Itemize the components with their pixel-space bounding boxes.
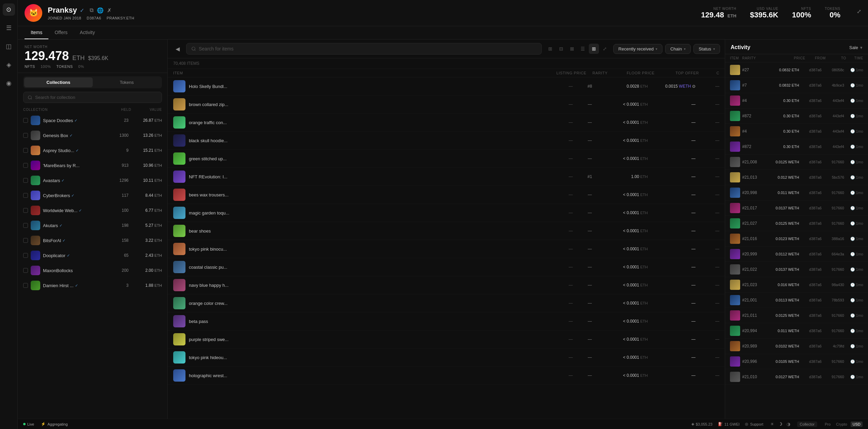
activity-row[interactable]: #7 0.0832 ETH d387a6 4b9ce3 🕐 1mo [725, 78, 868, 93]
tab-collections[interactable]: Collections [24, 77, 93, 87]
ens[interactable]: PRANKSY.ETH [107, 16, 134, 20]
activity-row[interactable]: #21,010 0.0127 WETH d387a6 917660 🕐 1mo [725, 369, 868, 385]
view-list-button[interactable]: ☰ [578, 44, 588, 54]
collection-checkbox[interactable] [23, 283, 28, 288]
item-row[interactable]: bear shoes — — < 0.0001 ETH — — [168, 222, 725, 240]
filter-chain[interactable]: Chain ▾ [665, 44, 691, 54]
collection-checkbox[interactable] [23, 268, 28, 273]
activity-row[interactable]: #21,027 0.0125 WETH d387a6 917660 🕐 1mo [725, 216, 868, 231]
collection-checkbox[interactable] [23, 148, 28, 153]
sale-filter[interactable]: Sale ▾ [849, 45, 863, 50]
filter-status[interactable]: Status ▾ [693, 44, 720, 54]
item-row[interactable]: brown collared zip... — — < 0.0001 ETH —… [168, 95, 725, 114]
collection-row[interactable]: Asprey Studio... ✓ 9 15.21 ETH [20, 143, 165, 158]
support-link[interactable]: ◎ Support [745, 422, 763, 426]
item-row[interactable]: Holo Skelly Bundl... — #8 0.0028 ETH 0.0… [168, 77, 725, 95]
address[interactable]: D387A6 [87, 16, 101, 20]
collection-search-input[interactable] [35, 95, 158, 100]
view-grid-3-button[interactable]: ⊠ [567, 44, 577, 54]
activity-row[interactable]: #872 0.30 ETH d387a6 443ef4 🕐 1mo [725, 139, 868, 154]
pro-button[interactable]: Pro [823, 421, 833, 427]
activity-time: 🕐 1mo [846, 252, 863, 256]
item-row[interactable]: orange color crew... — — < 0.0001 ETH — … [168, 294, 725, 312]
collection-checkbox[interactable] [23, 163, 28, 168]
activity-row[interactable]: #21,013 0.012 WETH d387a6 5bc576 🕐 1mo [725, 170, 868, 185]
activity-row[interactable]: #20,994 0.011 WETH d387a6 917660 🕐 1mo [725, 323, 868, 339]
tab-items[interactable]: Items [25, 26, 48, 39]
theme-auto-icon[interactable]: ◑ [785, 421, 792, 427]
collection-checkbox[interactable] [23, 118, 28, 123]
activity-row[interactable]: #27 0.0832 ETH d387a6 08058c 🕐 1mo [725, 62, 868, 78]
collection-checkbox[interactable] [23, 223, 28, 228]
collection-row[interactable]: Genesis Box ✓ 1300 13.26 ETH [20, 128, 165, 143]
tab-activity[interactable]: Activity [74, 26, 101, 39]
view-grid-2-button[interactable]: ⊟ [556, 44, 566, 54]
activity-row[interactable]: #21,016 0.0123 WETH d387a6 388a16 🕐 1mo [725, 231, 868, 247]
item-row[interactable]: navy blue happy h... — — < 0.0001 ETH — … [168, 276, 725, 294]
view-expand-button[interactable]: ⤢ [600, 44, 610, 54]
globe-icon[interactable]: 🌐 [97, 7, 104, 14]
collection-checkbox[interactable] [23, 193, 28, 198]
activity-row[interactable]: #20,996 0.0105 WETH d387a6 917660 🕐 1mo [725, 354, 868, 369]
item-row[interactable]: tokyo pink hideou... — — < 0.0001 ETH — … [168, 349, 725, 367]
sidebar-grid-icon[interactable]: ◫ [3, 40, 15, 53]
collection-checkbox[interactable] [23, 253, 28, 258]
item-row[interactable]: bees wax trousers... — — < 0.0001 ETH — … [168, 186, 725, 204]
usd-button[interactable]: USD [851, 421, 863, 427]
copy-icon[interactable]: ⧉ [90, 7, 93, 14]
sidebar-chart-icon[interactable]: ◈ [3, 59, 15, 71]
sidebar-home-icon[interactable]: ⊙ [3, 3, 15, 16]
item-row[interactable]: holographic wrest... — — < 0.0001 ETH — … [168, 367, 725, 385]
collection-row[interactable]: CyberBrokers ✓ 117 8.44 ETH [20, 188, 165, 203]
collection-row[interactable]: Damien Hirst ... ✓ 3 1.88 ETH [20, 278, 165, 293]
collection-row[interactable]: 'MareBears by R... 913 10.96 ETH [20, 158, 165, 173]
sidebar-user-icon[interactable]: ◉ [3, 77, 15, 89]
collapse-button[interactable]: ◀ [173, 44, 183, 54]
activity-row[interactable]: #20,998 0.011 WETH d387a6 917660 🕐 1mo [725, 185, 868, 201]
item-row[interactable]: purple striped swe... — — < 0.0001 ETH —… [168, 330, 725, 349]
item-row[interactable]: tokyo pink binocu... — — < 0.0001 ETH — … [168, 240, 725, 258]
item-row[interactable]: magic garden toqu... — — < 0.0001 ETH — … [168, 204, 725, 222]
tab-offers[interactable]: Offers [48, 26, 74, 39]
collection-row[interactable]: Avastars ✓ 1296 10.11 ETH [20, 173, 165, 188]
collection-row[interactable]: Space Doodles ✓ 23 26.87 ETH [20, 113, 165, 128]
collection-row[interactable]: MaxonBollocks 200 2.00 ETH [20, 263, 165, 278]
collection-row[interactable]: Worldwide Web... ✓ 100 6.77 ETH [20, 203, 165, 218]
item-row[interactable]: green stitched up... — — < 0.0001 ETH — … [168, 150, 725, 168]
activity-row[interactable]: #21,017 0.0137 WETH d387a6 917660 🕐 1mo [725, 201, 868, 216]
view-table-button[interactable]: ⊞ [589, 44, 599, 54]
collection-checkbox[interactable] [23, 178, 28, 183]
crypto-button[interactable]: Crypto [834, 421, 849, 427]
item-row[interactable]: black skull hoodie... — — < 0.0001 ETH —… [168, 132, 725, 150]
activity-row[interactable]: #4 0.30 ETH d387a6 443ef4 🕐 1mo [725, 124, 868, 139]
collection-row[interactable]: Akutars ✓ 198 5.27 ETH [20, 218, 165, 233]
item-row[interactable]: beta pass — — < 0.0001 ETH — — [168, 312, 725, 330]
activity-row[interactable]: #21,022 0.0137 WETH d387a6 917660 🕐 1mo [725, 262, 868, 277]
activity-row[interactable]: #21,008 0.0125 WETH d387a6 917660 🕐 1mo [725, 154, 868, 170]
activity-row[interactable]: #21,023 0.016 WETH d387a6 98a430 🕐 1mo [725, 277, 868, 293]
activity-row[interactable]: #4 0.30 ETH d387a6 443ef4 🕐 1mo [725, 93, 868, 108]
item-row[interactable]: NFT REvolution: I... — #1 1.00 ETH — — [168, 168, 725, 186]
activity-row[interactable]: #872 0.30 ETH d387a6 443ef4 🕐 1mo [725, 108, 868, 124]
collection-row[interactable]: Dooplicator ✓ 65 2.43 ETH [20, 248, 165, 263]
activity-row[interactable]: #21,001 0.0113 WETH d387a6 78b593 🕐 1mo [725, 293, 868, 308]
filter-recently-received[interactable]: Recently received ▾ [613, 44, 662, 54]
twitter-icon[interactable]: ✗ [107, 7, 111, 14]
collection-checkbox[interactable] [23, 238, 28, 243]
expand-button[interactable]: ⤢ [857, 8, 861, 15]
activity-row[interactable]: #20,989 0.0102 WETH d387a6 4c79fd 🕐 1mo [725, 339, 868, 354]
activity-row[interactable]: #21,011 0.0125 WETH d387a6 917660 🕐 1mo [725, 308, 868, 323]
item-row[interactable]: orange traffic con... — — < 0.0001 ETH —… [168, 114, 725, 132]
activity-row[interactable]: #20,999 0.0112 WETH d387a6 664e3a 🕐 1mo [725, 247, 868, 262]
collection-checkbox[interactable] [23, 133, 28, 138]
collection-row[interactable]: BitsForAI ✓ 158 3.22 ETH [20, 233, 165, 248]
item-row[interactable]: coastal classic pu... — — < 0.0001 ETH —… [168, 258, 725, 276]
th-listing: LISTING PRICE [549, 71, 586, 75]
view-grid-1-button[interactable]: ⊞ [545, 44, 555, 54]
collection-checkbox[interactable] [23, 208, 28, 213]
theme-moon-icon[interactable]: ☽ [777, 421, 784, 427]
tab-tokens[interactable]: Tokens [93, 77, 161, 87]
sidebar-menu-icon[interactable]: ☰ [3, 22, 15, 34]
theme-sun-icon[interactable]: ☀ [769, 421, 776, 427]
items-search-input[interactable] [199, 46, 537, 51]
